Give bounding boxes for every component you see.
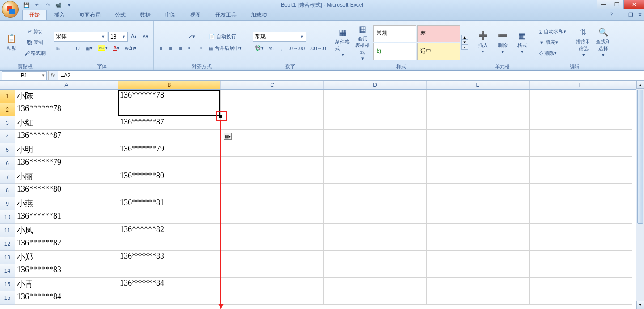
decrease-indent-button[interactable]: ⇤ [186, 43, 195, 53]
ribbon-minimize-icon[interactable]: — [619, 12, 624, 18]
font-name-combo[interactable]: 宋体▼ [54, 32, 107, 42]
fill-button[interactable]: ▼ 填充▾ [537, 38, 573, 47]
cell[interactable] [427, 264, 530, 278]
cell[interactable] [427, 224, 530, 237]
select-all-corner[interactable] [0, 81, 15, 89]
cell[interactable] [118, 130, 221, 143]
minimize-button[interactable]: — [597, 0, 610, 9]
cell[interactable] [324, 170, 427, 184]
gallery-more-icon[interactable]: ▾ [461, 45, 468, 50]
qat-save-icon[interactable]: 💾 [22, 1, 30, 9]
column-header-B[interactable]: B [118, 81, 221, 89]
scroll-up-icon[interactable]: ▲ [636, 81, 644, 89]
italic-button[interactable]: I [64, 43, 72, 53]
tab-insert[interactable]: 插入 [47, 9, 72, 20]
cell[interactable]: 小明 [15, 143, 118, 157]
insert-function-button[interactable]: fx [48, 71, 57, 80]
underline-button[interactable]: U [73, 43, 82, 53]
qat-redo-icon[interactable]: ↷ [44, 1, 52, 9]
tab-developer[interactable]: 开发工具 [208, 9, 243, 20]
orientation-button[interactable]: ⤢▾ [186, 32, 197, 42]
cell[interactable] [324, 197, 427, 210]
style-good[interactable]: 好 [373, 43, 416, 60]
decrease-decimal-button[interactable]: .00→.0 [308, 43, 328, 53]
scrollbar-thumb[interactable] [637, 90, 643, 224]
align-top-button[interactable]: ≡ [157, 32, 165, 42]
cell[interactable] [530, 237, 632, 251]
cell[interactable]: 136******83 [15, 264, 118, 278]
tab-home[interactable]: 开始 [22, 9, 47, 20]
currency-button[interactable]: 💱▾ [253, 43, 266, 53]
cell[interactable] [427, 237, 530, 251]
cell[interactable] [221, 157, 324, 170]
cell[interactable] [324, 291, 427, 305]
row-header[interactable]: 6 [0, 157, 15, 170]
column-header-F[interactable]: F [530, 81, 632, 89]
cell[interactable] [221, 143, 324, 157]
tab-page-layout[interactable]: 页面布局 [72, 9, 107, 20]
cell[interactable]: 136******81 [118, 197, 221, 210]
ribbon-restore-icon[interactable]: ❐ [628, 12, 633, 18]
cell[interactable] [221, 224, 324, 237]
cell[interactable] [427, 103, 530, 116]
cell[interactable] [427, 130, 530, 143]
style-neutral[interactable]: 适中 [417, 43, 460, 60]
border-button[interactable]: ▦▾ [83, 43, 95, 53]
scroll-down-icon[interactable]: ▼ [636, 301, 644, 309]
gallery-up-icon[interactable]: ▲ [461, 35, 468, 40]
cell[interactable] [324, 157, 427, 170]
row-header[interactable]: 11 [0, 224, 15, 237]
insert-button[interactable]: ➕插入▾ [474, 22, 492, 63]
shrink-font-button[interactable]: A▾ [140, 32, 150, 42]
cell[interactable] [530, 116, 632, 130]
cell[interactable]: 136******87 [118, 116, 221, 130]
cell[interactable] [324, 103, 427, 116]
ribbon-close-icon[interactable]: ✕ [638, 12, 642, 18]
cell[interactable] [530, 170, 632, 184]
cell[interactable]: 136******80 [118, 170, 221, 184]
row-header[interactable]: 15 [0, 278, 15, 291]
office-button[interactable] [2, 1, 19, 18]
cell[interactable] [118, 210, 221, 224]
cell[interactable] [427, 278, 530, 291]
cell[interactable]: 小红 [15, 116, 118, 130]
cell[interactable] [530, 264, 632, 278]
cell[interactable] [530, 210, 632, 224]
cell[interactable] [427, 170, 530, 184]
cell[interactable]: 136******80 [15, 184, 118, 197]
cell[interactable] [427, 184, 530, 197]
copy-button[interactable]: ⿻ 复制 [22, 38, 48, 47]
cell[interactable] [530, 143, 632, 157]
tab-data[interactable]: 数据 [133, 9, 157, 20]
row-header[interactable]: 4 [0, 130, 15, 143]
row-header[interactable]: 8 [0, 184, 15, 197]
cell[interactable] [324, 184, 427, 197]
cell[interactable]: 136******78 [118, 90, 221, 103]
tab-addins[interactable]: 加载项 [244, 9, 274, 20]
cell[interactable] [221, 184, 324, 197]
align-middle-button[interactable]: ≡ [166, 32, 175, 42]
cell[interactable] [221, 264, 324, 278]
cell[interactable] [221, 251, 324, 264]
number-format-combo[interactable]: 常规▼ [253, 32, 306, 42]
comma-button[interactable]: , [277, 43, 286, 53]
increase-indent-button[interactable]: ⇥ [196, 43, 205, 53]
font-size-combo[interactable]: 18▼ [108, 32, 128, 42]
cell[interactable] [221, 170, 324, 184]
cell[interactable] [427, 291, 530, 305]
bold-button[interactable]: B [54, 43, 63, 53]
grow-font-button[interactable]: A▴ [129, 32, 139, 42]
autofill-options-button[interactable]: ▦▾ [224, 133, 232, 140]
cell[interactable] [427, 210, 530, 224]
align-right-button[interactable]: ≡ [176, 43, 185, 53]
cell[interactable] [221, 130, 324, 143]
sort-filter-button[interactable]: ⇅排序和 筛选▾ [575, 22, 593, 63]
cell[interactable] [427, 90, 530, 103]
phonetic-button[interactable]: wén▾ [123, 43, 139, 53]
qat-camera-icon[interactable]: 📹 [55, 1, 63, 9]
percent-button[interactable]: % [267, 43, 276, 53]
conditional-formatting-button[interactable]: ▦ 条件格式▾ [334, 22, 352, 63]
cell[interactable] [324, 130, 427, 143]
row-header[interactable]: 16 [0, 291, 15, 305]
help-icon[interactable]: ？ [609, 11, 614, 18]
